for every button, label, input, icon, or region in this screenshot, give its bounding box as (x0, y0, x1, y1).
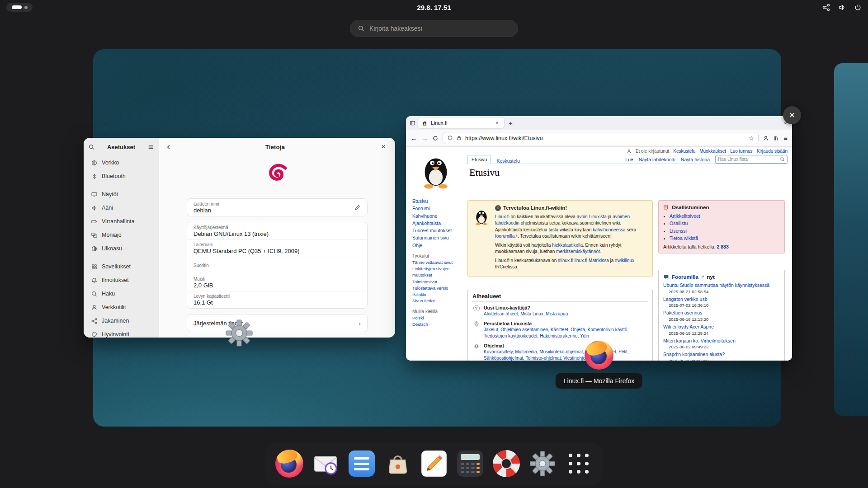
wiki-search-box[interactable] (715, 155, 788, 164)
wiki-nav-link[interactable]: Kahvihuone (412, 212, 466, 220)
forum-link[interactable]: Foorumilla (672, 274, 698, 280)
adjacent-workspace-preview[interactable] (834, 63, 868, 416)
tab-close-icon[interactable]: × (494, 120, 500, 126)
tab-read[interactable]: Lue (625, 157, 633, 162)
dock-icon-mail[interactable] (311, 449, 340, 479)
forum-post-title[interactable]: Miten korjaan ko. Virheilmoituksen (663, 338, 780, 344)
forum-post-title[interactable]: Snapd:n korjaaminen alusta? (663, 352, 780, 358)
participate-link[interactable]: Lisenssi (670, 228, 687, 234)
firefox-view-icon[interactable] (410, 120, 415, 126)
firefox-app-badge[interactable] (585, 341, 613, 370)
clock[interactable]: 29.8. 17.51 (417, 4, 451, 11)
inline-link[interactable]: #wikilinux (615, 258, 634, 263)
tab-article[interactable]: Etusivu (467, 155, 491, 164)
tab-history[interactable]: Näytä historia (681, 157, 710, 162)
inline-link[interactable]: foorumilla (495, 234, 514, 239)
sidebar-item-notifications[interactable]: Ilmoitukset (85, 273, 157, 287)
inline-link[interactable]: Matrixissa (589, 258, 609, 263)
sidebar-item-sharing[interactable]: Jakaminen (85, 314, 157, 328)
inline-link[interactable]: merkitsemiskäytännöt (556, 249, 600, 254)
sidebar-item-sound[interactable]: Ääni (85, 201, 157, 215)
dock-icon-software[interactable] (383, 449, 413, 479)
system-details-card[interactable]: Järjestelmän tiedot › (187, 314, 368, 332)
workspace-indicator[interactable] (6, 3, 33, 12)
forum-post-title[interactable]: Ubuntu Studio sammuttaa näytön käynnisty… (663, 282, 780, 289)
device-name-card[interactable]: Laitteen nimi debian (187, 198, 368, 216)
dock-icon-help[interactable] (491, 449, 521, 479)
shell-search-bar[interactable] (350, 20, 518, 37)
close-icon[interactable]: × (378, 141, 389, 152)
inline-link[interactable]: avoin (577, 214, 588, 219)
close-window-button[interactable]: × (783, 106, 801, 124)
dock-icon-calculator[interactable] (455, 449, 485, 479)
back-icon[interactable] (165, 144, 172, 150)
wiki-nav-link[interactable]: Etusivu (412, 197, 466, 205)
wiki-nav-link[interactable]: Tuoreet muutokset (412, 227, 466, 234)
forward-icon[interactable]: → (421, 134, 428, 142)
personal-link[interactable]: Muokkaukset (699, 149, 726, 154)
wiki-nav-link[interactable]: Ohje (412, 242, 466, 249)
wiki-search-input[interactable] (718, 157, 778, 162)
settings-app-badge[interactable] (225, 319, 254, 347)
edit-icon[interactable] (354, 204, 361, 211)
new-tab-icon[interactable]: + (507, 120, 514, 127)
tab-discussion[interactable]: Keskustelu (496, 158, 519, 164)
wiki-nav-link[interactable]: Ajankohtaista (412, 220, 466, 227)
browser-tab[interactable]: Linux.fi × (418, 117, 504, 128)
personal-link[interactable]: Luo tunnus (730, 149, 753, 154)
personal-link[interactable]: Keskustelu (673, 149, 695, 154)
tool-link[interactable]: Toimintosivut (412, 279, 466, 285)
topic-links[interactable]: Aloittelijan ohjeet, Mistä Linux, Mistä … (484, 311, 568, 317)
personal-link[interactable]: Kirjaudu sisään (757, 149, 788, 154)
system-status-area[interactable] (822, 4, 862, 11)
search-icon[interactable] (780, 157, 785, 162)
sidebar-item-wellbeing[interactable]: Hyvinvointi (85, 328, 157, 338)
back-icon[interactable]: ← (410, 134, 417, 142)
sidebar-item-apps[interactable]: Sovellukset (85, 260, 157, 273)
dock-icon-settings[interactable] (528, 449, 557, 479)
participate-link[interactable]: Tietoa wikistä (670, 235, 698, 241)
menu-icon[interactable]: ≡ (783, 134, 788, 142)
wiki-nav-link[interactable]: Foorumi (412, 205, 466, 212)
sidebar-item-displays[interactable]: Näytöt (85, 188, 157, 201)
linuxfi-logo[interactable] (415, 149, 457, 190)
shield-icon[interactable] (447, 135, 453, 141)
language-link[interactable]: Polski (412, 315, 466, 321)
account-icon[interactable] (763, 135, 769, 141)
inline-link[interactable]: #linux.fi:linux.fi (558, 258, 587, 263)
forum-post-title[interactable]: Wifi ei löydy Acer Aspire (663, 324, 780, 330)
tool-link[interactable]: Linkitettyjen sivujen muutokset (412, 266, 466, 279)
sidebar-item-network[interactable]: Verkko (85, 156, 157, 169)
forum-post-title[interactable]: Langaton verkko usb (663, 296, 780, 303)
wiki-nav-link[interactable]: Satunnainen sivu (412, 234, 466, 241)
language-link[interactable]: Deutsch (412, 321, 466, 328)
settings-window[interactable]: Asetukset Verkko Bluetooth Näytöt Ääni V… (84, 138, 395, 338)
forum-post-title[interactable]: Pakettien asennus (663, 310, 780, 316)
sidebar-item-appearance[interactable]: Ulkoasu (85, 242, 157, 255)
dock-icon-text-editor[interactable] (419, 449, 449, 479)
dock-icon-app-grid[interactable] (564, 449, 594, 479)
participate-link[interactable]: Artikkelitoiveet (670, 213, 700, 219)
inline-link[interactable]: Linuxista (589, 214, 606, 219)
participate-link[interactable]: Osallistu (670, 221, 688, 226)
reload-icon[interactable] (432, 135, 439, 141)
menu-icon[interactable] (147, 144, 154, 150)
topic-links[interactable]: Jakelut, Ohjelmien asentaminen, Käsittee… (484, 327, 648, 339)
bookmark-star-icon[interactable]: ☆ (749, 135, 755, 142)
inline-link[interactable]: Linux.fi (495, 214, 509, 219)
topic-links[interactable]: Kuvankäsittely, Multimedia, Musiikinteko… (484, 349, 648, 361)
sidebar-item-search[interactable]: Haku (85, 287, 157, 300)
tool-link[interactable]: Tulostettava versio (412, 285, 466, 291)
sidebar-item-bluetooth[interactable]: Bluetooth (85, 169, 157, 183)
sidebar-item-online-accounts[interactable]: Verkkotilit (85, 300, 157, 314)
article-count[interactable]: 2 883 (717, 244, 728, 249)
dock-icon-files[interactable] (347, 449, 377, 479)
sidebar-item-power[interactable]: Virranhallinta (85, 215, 157, 228)
search-icon[interactable] (88, 144, 95, 150)
dock-icon-firefox[interactable] (274, 449, 304, 479)
shell-search-input[interactable] (369, 25, 510, 32)
inline-link[interactable]: kahvihuoneessa (593, 227, 625, 232)
tool-link[interactable]: Ikilinkki (412, 291, 466, 298)
firefox-window[interactable]: Linux.fi × + ← → https://www.linux.fi/wi… (406, 116, 792, 361)
tool-link[interactable]: Tänne viittaavat sivut (412, 259, 466, 266)
